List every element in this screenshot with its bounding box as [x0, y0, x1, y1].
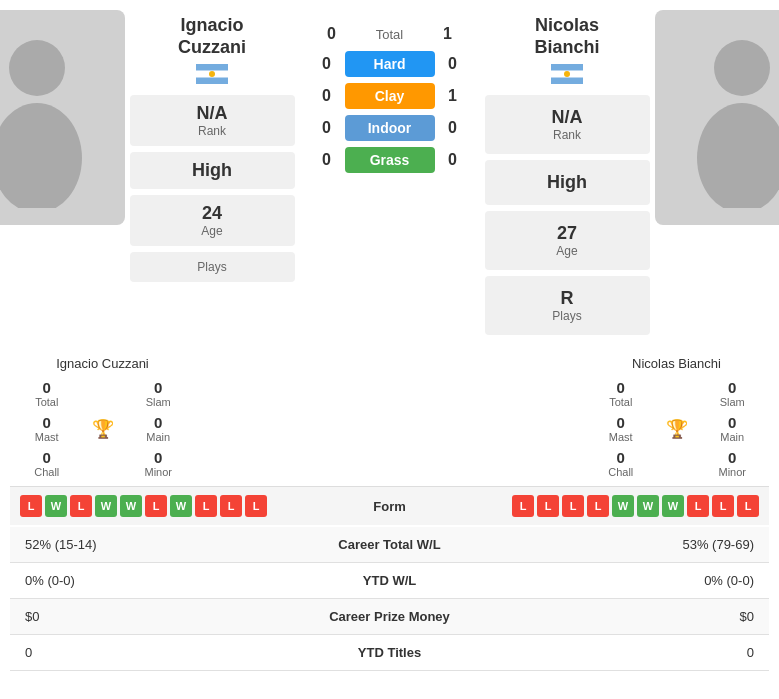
p2-total-lbl: Total	[609, 396, 632, 408]
form-pill-l: L	[537, 495, 559, 517]
score-right-grass: 0	[443, 151, 463, 169]
total-row: 0 Total 1	[310, 20, 470, 43]
p2-main-val: 0	[728, 414, 736, 431]
clay-row: 0 Clay 1	[310, 83, 470, 109]
player2-rank-label: Rank	[493, 128, 642, 142]
stat-left-val: $0	[10, 599, 260, 635]
p2-main-lbl: Main	[720, 431, 744, 443]
p2-slam-val: 0	[728, 379, 736, 396]
player1-flag	[196, 64, 228, 87]
stat-center-label: Career Total W/L	[260, 527, 518, 563]
player2-name-big: NicolasBianchi	[534, 15, 599, 58]
p2-slam-cell: 0 Slam	[701, 379, 765, 408]
form-pill-w: W	[662, 495, 684, 517]
player-name-row: Ignacio Cuzzani Nicolas Bianchi	[10, 356, 769, 379]
form-pill-w: W	[637, 495, 659, 517]
player2-winpct-value: High	[493, 172, 642, 193]
player2-plays-label: Plays	[493, 309, 642, 323]
player2-plays-box: R Plays	[485, 276, 650, 335]
score-left-grass: 0	[317, 151, 337, 169]
p1-minor-cell: 0 Minor	[127, 449, 191, 478]
mini-stats-row: 0 Total 0 Slam 0 Mast 🏆 0 Main	[10, 379, 769, 486]
score-left-hard: 0	[317, 55, 337, 73]
player2-winpct-box: High	[485, 160, 650, 205]
total-label: Total	[350, 27, 430, 42]
player2-photo	[655, 10, 780, 225]
grass-row: 0 Grass 0	[310, 147, 470, 173]
p2-minor-cell: 0 Minor	[701, 449, 765, 478]
score-right-hard: 0	[443, 55, 463, 73]
p1-mast-cell: 0 Mast	[15, 414, 79, 443]
player1-rank-box: N/A Rank	[130, 95, 295, 146]
p2-chall-val: 0	[617, 449, 625, 466]
player1-age-label: Age	[138, 224, 287, 238]
score-left-clay: 0	[317, 87, 337, 105]
stat-center-label: YTD W/L	[260, 563, 518, 599]
form-section: LWLWWLWLLL Form LLLLWWWLLL	[10, 486, 769, 525]
svg-point-7	[564, 71, 570, 77]
table-row: 52% (15-14) Career Total W/L 53% (79-69)	[10, 527, 769, 563]
player2-name-below: Nicolas Bianchi	[589, 356, 764, 371]
player1-plays-box: Plays	[130, 252, 295, 282]
form-label: Form	[330, 499, 450, 514]
form-pill-w: W	[120, 495, 142, 517]
p1-main-lbl: Main	[146, 431, 170, 443]
form-pill-l: L	[220, 495, 242, 517]
player1-age-box: 24 Age	[130, 195, 295, 246]
p2-main-cell: 0 Main	[701, 414, 765, 443]
hard-row: 0 Hard 0	[310, 51, 470, 77]
player2-mini-stats: 0 Total 0 Slam 0 Mast 🏆 0 Main	[589, 379, 764, 478]
player2-rank-box: N/A Rank	[485, 95, 650, 154]
form-pill-w: W	[612, 495, 634, 517]
player2-plays-value: R	[493, 288, 642, 309]
main-container: IgnacioCuzzani N/A Rank High 24 Age Pl	[0, 0, 779, 681]
form-pill-l: L	[195, 495, 217, 517]
form-pill-l: L	[245, 495, 267, 517]
svg-point-8	[714, 40, 770, 96]
p2-minor-lbl: Minor	[718, 466, 746, 478]
p1-trophy-icon: 🏆	[83, 414, 123, 443]
stat-left-val: 52% (15-14)	[10, 527, 260, 563]
p1-minor-lbl: Minor	[144, 466, 172, 478]
indoor-row: 0 Indoor 0	[310, 115, 470, 141]
p2-total-val: 0	[617, 379, 625, 396]
p1-slam-cell: 0 Slam	[127, 379, 191, 408]
form-pill-w: W	[95, 495, 117, 517]
table-row: 0% (0-0) YTD W/L 0% (0-0)	[10, 563, 769, 599]
p1-total-lbl: Total	[35, 396, 58, 408]
form-pill-l: L	[70, 495, 92, 517]
player2-flag	[551, 64, 583, 87]
p1-total-cell: 0 Total	[15, 379, 79, 408]
p1-total-val: 0	[43, 379, 51, 396]
score-left-indoor: 0	[317, 119, 337, 137]
p2-total-cell: 0 Total	[589, 379, 653, 408]
indoor-badge: Indoor	[345, 115, 435, 141]
grass-badge: Grass	[345, 147, 435, 173]
p2-minor-val: 0	[728, 449, 736, 466]
player1-stats-panel: IgnacioCuzzani N/A Rank High 24 Age Pl	[125, 10, 300, 346]
p1-slam-lbl: Slam	[146, 396, 171, 408]
player1-winpct-value: High	[138, 160, 287, 181]
p1-main-cell: 0 Main	[127, 414, 191, 443]
stats-table: 52% (15-14) Career Total W/L 53% (79-69)…	[10, 527, 769, 671]
p1-mast-lbl: Mast	[35, 431, 59, 443]
score-left-total: 0	[322, 25, 342, 43]
svg-point-9	[697, 103, 779, 208]
score-right-clay: 1	[443, 87, 463, 105]
clay-badge: Clay	[345, 83, 435, 109]
svg-point-1	[0, 103, 82, 208]
p2-chall-cell: 0 Chall	[589, 449, 653, 478]
stat-right-val: 0	[519, 635, 769, 671]
form-pill-l: L	[512, 495, 534, 517]
p2-mast-val: 0	[617, 414, 625, 431]
player1-plays-label: Plays	[138, 260, 287, 274]
form-pill-l: L	[712, 495, 734, 517]
player1-name-below: Ignacio Cuzzani	[15, 356, 190, 371]
player1-rank-value: N/A	[138, 103, 287, 124]
hard-badge: Hard	[345, 51, 435, 77]
form-pill-l: L	[587, 495, 609, 517]
score-right-total: 1	[438, 25, 458, 43]
p1-minor-val: 0	[154, 449, 162, 466]
player2-rank-value: N/A	[493, 107, 642, 128]
p2-chall-lbl: Chall	[608, 466, 633, 478]
